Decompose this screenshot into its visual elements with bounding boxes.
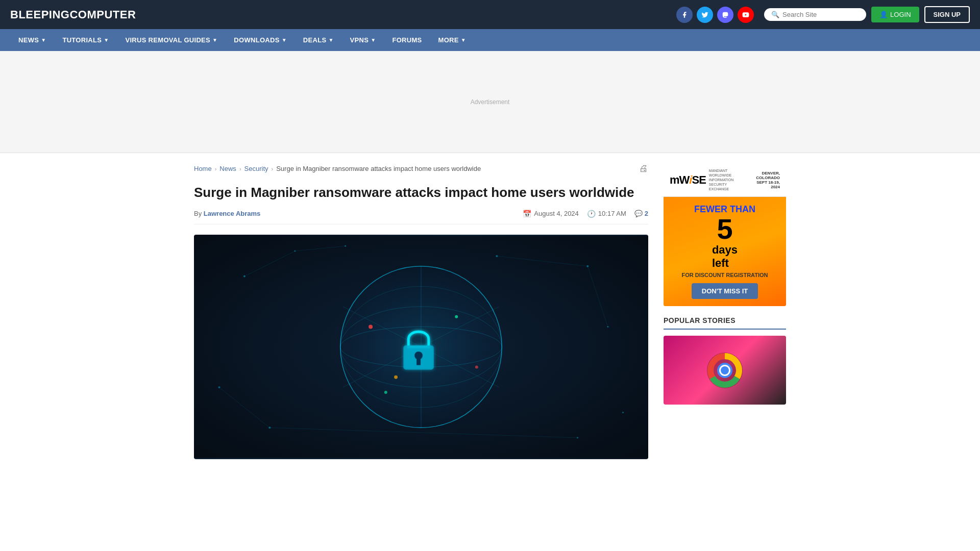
nav-vpns-arrow: ▼ — [371, 37, 376, 43]
nav-deals-arrow: ▼ — [328, 37, 333, 43]
nav-virus-arrow: ▼ — [212, 37, 217, 43]
breadcrumb-home[interactable]: Home — [194, 165, 212, 172]
nav-downloads-arrow: ▼ — [282, 37, 287, 43]
main-container: Home › News › Security › Surge in Magnib… — [184, 153, 796, 459]
svg-point-29 — [369, 324, 373, 329]
svg-point-31 — [394, 375, 398, 379]
header-right: 🔍 👤 LOGIN SIGN UP — [676, 6, 970, 23]
youtube-icon[interactable] — [738, 7, 754, 23]
popular-stories-label: POPULAR STORIES — [664, 316, 736, 324]
five-number: 5 — [717, 215, 732, 243]
clock-icon: 🕐 — [587, 210, 596, 218]
main-nav: NEWS ▼ TUTORIALS ▼ VIRUS REMOVAL GUIDES … — [0, 29, 980, 51]
nav-more[interactable]: MORE ▼ — [430, 29, 474, 51]
meta-date: 📅 August 4, 2024 — [523, 210, 578, 218]
svg-point-33 — [384, 391, 387, 394]
nav-tutorials-arrow: ▼ — [104, 37, 109, 43]
ad-placeholder: Advertisement — [471, 98, 510, 106]
days-left-text: daysleft — [712, 243, 738, 270]
svg-point-7 — [622, 412, 624, 413]
sidebar-ad: mWiSE MANDIANT WORLDWIDEINFORMATION SECU… — [664, 163, 786, 306]
nav-downloads[interactable]: DOWNLOADS ▼ — [226, 29, 295, 51]
nav-more-arrow: ▼ — [461, 37, 466, 43]
search-icon: 🔍 — [771, 11, 779, 18]
author-link[interactable]: Lawrence Abrams — [204, 210, 261, 217]
calendar-icon: 📅 — [523, 210, 531, 218]
print-icon[interactable]: 🖨 — [639, 163, 648, 174]
breadcrumb: Home › News › Security › Surge in Magnib… — [194, 163, 648, 174]
mwise-logo-text: mWiSE — [670, 173, 706, 187]
article-title: Surge in Magniber ransomware attacks imp… — [194, 184, 648, 202]
logo-part2: COMPUTER — [69, 8, 136, 21]
article-date-value: August 4, 2024 — [534, 210, 578, 217]
nav-news[interactable]: NEWS ▼ — [10, 29, 54, 51]
nav-forums-label: FORUMS — [392, 36, 422, 44]
nav-news-arrow: ▼ — [41, 37, 46, 43]
facebook-icon[interactable] — [676, 7, 693, 23]
ad-header: mWiSE MANDIANT WORLDWIDEINFORMATION SECU… — [664, 163, 786, 197]
discount-text: FOR DISCOUNT REGISTRATION — [681, 272, 768, 278]
ad-location: DENVER, COLORADOSEPT 18-19, 2024 — [749, 171, 780, 189]
dont-miss-button[interactable]: DON'T MISS IT — [692, 283, 758, 299]
svg-point-30 — [455, 315, 458, 318]
mwise-logo: mWiSE MANDIANT WORLDWIDEINFORMATION SECU… — [670, 168, 744, 191]
nav-news-label: NEWS — [18, 36, 39, 44]
breadcrumb-sep-1: › — [215, 166, 217, 172]
popular-stories-title: POPULAR STORIES — [664, 316, 786, 330]
nav-tutorials-label: TUTORIALS — [62, 36, 102, 44]
breadcrumb-security[interactable]: Security — [244, 165, 268, 172]
logo-part1: BLEEPING — [10, 8, 69, 21]
comments-count: 2 — [645, 210, 648, 217]
nav-virus-removal[interactable]: VIRUS REMOVAL GUIDES ▼ — [117, 29, 226, 51]
popular-story-image[interactable] — [664, 336, 786, 405]
nav-downloads-label: DOWNLOADS — [234, 36, 279, 44]
comment-icon: 💬 — [634, 210, 643, 217]
nav-virus-label: VIRUS REMOVAL GUIDES — [125, 36, 210, 44]
svg-rect-28 — [416, 358, 421, 365]
author-prefix: By — [194, 210, 202, 217]
comments-badge[interactable]: 💬 2 — [634, 210, 648, 217]
article-time-value: 10:17 AM — [598, 210, 626, 217]
login-label: LOGIN — [890, 11, 911, 18]
svg-point-32 — [475, 365, 478, 368]
mwise-subtitle: MANDIANT WORLDWIDEINFORMATION SECURITY E… — [709, 168, 744, 191]
breadcrumb-sep-3: › — [272, 166, 274, 172]
breadcrumb-current: Surge in Magniber ransomware attacks imp… — [276, 165, 481, 172]
svg-point-5 — [607, 326, 608, 328]
article-meta: By Lawrence Abrams 📅 August 4, 2024 🕐 10… — [194, 210, 648, 224]
meta-time: 🕐 10:17 AM — [587, 210, 626, 218]
site-header: BLEEPINGCOMPUTER 🔍 👤 LOGIN SIGN UP — [0, 0, 980, 29]
login-button[interactable]: 👤 LOGIN — [871, 7, 919, 22]
nav-deals-label: DEALS — [303, 36, 327, 44]
mastodon-icon[interactable] — [717, 7, 733, 23]
article-author: By Lawrence Abrams — [194, 210, 260, 217]
sidebar: mWiSE MANDIANT WORLDWIDEINFORMATION SECU… — [664, 163, 786, 459]
breadcrumb-left: Home › News › Security › Surge in Magnib… — [194, 165, 481, 172]
twitter-icon[interactable] — [697, 7, 713, 23]
hero-image — [194, 235, 648, 459]
user-icon: 👤 — [879, 11, 888, 18]
popular-stories: POPULAR STORIES — [664, 316, 786, 405]
ad-banner: Advertisement — [0, 51, 980, 153]
ad-body: FEWER THAN 5 daysleft FOR DISCOUNT REGIS… — [664, 197, 786, 306]
svg-point-38 — [721, 366, 729, 374]
nav-vpns[interactable]: VPNS ▼ — [342, 29, 384, 51]
chrome-logo — [707, 353, 743, 388]
nav-tutorials[interactable]: TUTORIALS ▼ — [54, 29, 117, 51]
nav-vpns-label: VPNS — [350, 36, 369, 44]
nav-forums[interactable]: FORUMS — [384, 29, 430, 51]
nav-deals[interactable]: DEALS ▼ — [295, 29, 342, 51]
site-logo[interactable]: BLEEPINGCOMPUTER — [10, 8, 136, 21]
search-input[interactable] — [782, 11, 859, 18]
breadcrumb-sep-2: › — [239, 166, 241, 172]
search-bar: 🔍 — [764, 8, 866, 21]
meta-right: 📅 August 4, 2024 🕐 10:17 AM 💬 2 — [523, 210, 648, 218]
nav-more-label: MORE — [438, 36, 459, 44]
social-icons — [676, 7, 754, 23]
breadcrumb-news[interactable]: News — [219, 165, 236, 172]
signup-button[interactable]: SIGN UP — [924, 6, 970, 23]
content-area: Home › News › Security › Surge in Magnib… — [194, 163, 648, 459]
